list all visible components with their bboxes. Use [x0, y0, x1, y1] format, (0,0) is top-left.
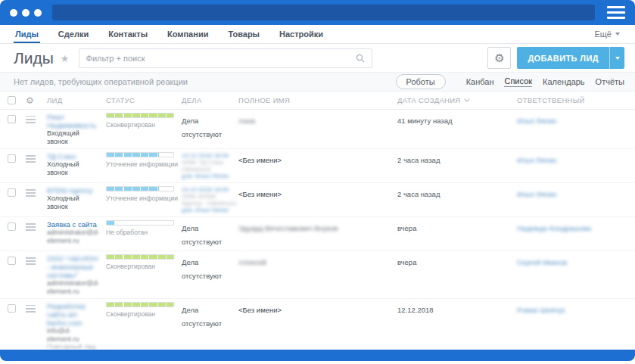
nav-tab-contacts[interactable]: Контакты	[108, 25, 148, 43]
status-label: Сконвертирован	[106, 263, 182, 270]
lead-name-link[interactable]: Риал Недвижимость	[47, 113, 106, 129]
address-bar[interactable]	[52, 5, 595, 20]
lead-email: info@d-element.ru	[47, 327, 106, 343]
lead-name-link[interactable]: BTEM Agency	[47, 186, 106, 194]
table-row[interactable]: ООО "АВАЛОН - инженерные системы" admini…	[0, 251, 635, 299]
responsible-link[interactable]: Сергей Иванов	[517, 258, 568, 266]
created-cell: 2 часа назад	[397, 190, 440, 198]
nav-more-dropdown[interactable]: Ещё	[594, 25, 620, 43]
lead-email: administrator@d-element.ru	[47, 229, 106, 244]
settings-gear-button[interactable]: ⚙	[487, 47, 511, 69]
row-menu-icon[interactable]	[26, 189, 36, 197]
full-name-cell: <Без имени>	[238, 190, 282, 198]
column-header-status[interactable]: СТАТУС	[106, 96, 182, 104]
column-header-deals[interactable]: ДЕЛА	[182, 96, 238, 104]
status-progress-bar	[106, 254, 174, 260]
nav-tab-companies[interactable]: Компании	[167, 25, 208, 43]
status-label: Сконвертирован	[106, 121, 182, 129]
row-menu-icon[interactable]	[26, 155, 36, 163]
created-cell: 12.12.2018	[397, 306, 434, 314]
lead-source: Холодный звонок	[47, 160, 106, 176]
no-leads-message: Нет лидов, требующих оперативной реакции	[14, 77, 188, 86]
column-header-created[interactable]: ДАТА СОЗДАНИЯ	[397, 96, 517, 104]
search-input[interactable]	[86, 54, 356, 63]
deals-cell[interactable]: 14.12.2018 18:00 CRM: ТД Союз Связаться …	[182, 152, 238, 179]
status-progress-bar	[106, 220, 174, 226]
window-control-dots[interactable]	[10, 9, 42, 17]
lead-email: administrator@d-element.ru	[47, 279, 106, 295]
status-label: Уточнение информации	[106, 160, 182, 168]
page-title: Лиды	[14, 49, 54, 67]
deals-cell: Дела отсутствуют	[182, 224, 222, 246]
full-name-cell: Алексей	[238, 258, 266, 266]
created-cell: вчера	[397, 258, 416, 266]
main-nav: Лиды Сделки Контакты Компании Товары Нас…	[0, 25, 635, 44]
add-lead-dropdown-button[interactable]	[609, 47, 624, 69]
status-progress-bar	[106, 302, 174, 307]
hamburger-menu-icon[interactable]	[607, 6, 625, 19]
full-name-cell: <Без имени>	[238, 306, 282, 314]
created-cell: 2 часа назад	[397, 156, 440, 164]
nav-tab-deals[interactable]: Сделки	[58, 25, 89, 43]
view-tab-reports[interactable]: Отчёты	[596, 77, 624, 87]
favorite-star-icon[interactable]: ★	[61, 53, 70, 64]
view-tab-calendar[interactable]: Календарь	[543, 77, 585, 87]
table-row[interactable]: Заявка с сайта administrator@d-element.r…	[0, 217, 635, 251]
row-menu-icon[interactable]	[26, 257, 36, 265]
lead-repeat-flag: Повторный лид	[47, 343, 106, 350]
lead-name-link[interactable]: ТД Союз	[47, 152, 106, 160]
select-all-checkbox[interactable]	[8, 96, 16, 104]
column-settings-gear-icon[interactable]: ⚙	[26, 96, 47, 105]
row-menu-icon[interactable]	[26, 223, 36, 231]
add-lead-button[interactable]: ДОБАВИТЬ ЛИД	[517, 47, 609, 69]
table-header: ⚙ ЛИД СТАТУС ДЕЛА ПОЛНОЕ ИМЯ ДАТА СОЗДАН…	[0, 92, 635, 110]
crm-window: Лиды Сделки Контакты Компании Товары Нас…	[0, 0, 635, 364]
lead-name-link[interactable]: ООО "АВАЛОН - инженерные системы"	[47, 254, 106, 279]
table-row[interactable]: Риал Недвижимость Входящий звонок Сконве…	[0, 110, 635, 149]
gear-icon: ⚙	[494, 51, 504, 65]
sort-chevron-icon	[464, 97, 469, 102]
full-name-cell: <Без имени>	[238, 156, 282, 164]
column-header-full-name[interactable]: ПОЛНОЕ ИМЯ	[238, 96, 397, 104]
responsible-link[interactable]: Роман Шевчук	[517, 306, 565, 314]
info-bar: Нет лидов, требующих оперативной реакции…	[0, 72, 635, 92]
filter-search-box[interactable]	[79, 48, 372, 68]
status-progress-bar	[106, 186, 174, 191]
nav-tab-leads[interactable]: Лиды	[15, 25, 39, 43]
view-tab-kanban[interactable]: Канбан	[466, 77, 494, 87]
responsible-link[interactable]: Надежда Кондрашова	[517, 224, 591, 232]
window-chrome-top	[0, 0, 635, 25]
nav-tab-products[interactable]: Товары	[228, 25, 260, 43]
responsible-link[interactable]: Илья Ляпин	[517, 117, 556, 125]
robots-button[interactable]: Роботы	[396, 74, 446, 89]
deals-cell[interactable]: 14.12.2018 18:00 CRM: BTEM Agency : Связ…	[182, 186, 238, 213]
lead-name-link[interactable]: Заявка с сайта	[47, 220, 106, 229]
row-checkbox[interactable]	[8, 115, 16, 123]
lead-name-link[interactable]: Разработка сайта art-bacho.com	[47, 302, 106, 327]
row-checkbox[interactable]	[8, 222, 16, 231]
row-checkbox[interactable]	[8, 257, 16, 265]
responsible-link[interactable]: Илья Ляпин	[517, 190, 556, 198]
status-progress-bar	[106, 152, 174, 157]
table-row[interactable]: BTEM Agency Холодный звонок Уточнение ин…	[0, 183, 635, 217]
row-checkbox[interactable]	[8, 304, 16, 313]
row-menu-icon[interactable]	[26, 116, 36, 123]
status-label: Уточнение информации	[106, 194, 182, 202]
responsible-link[interactable]: Илья Ляпин	[517, 156, 556, 164]
row-checkbox[interactable]	[8, 154, 16, 163]
toolbar: Лиды ★ ⚙ ДОБАВИТЬ ЛИД	[0, 44, 635, 72]
column-header-responsible[interactable]: ОТВЕТСТВЕННЫЙ	[517, 96, 635, 104]
table-row[interactable]: ТД Союз Холодный звонок Уточнение информ…	[0, 149, 635, 183]
add-lead-button-group: ДОБАВИТЬ ЛИД	[517, 47, 624, 69]
full-name-cell: Анна	[238, 117, 255, 125]
nav-tab-settings[interactable]: Настройки	[279, 25, 323, 43]
table-row[interactable]: Разработка сайта art-bacho.com info@d-el…	[0, 299, 635, 350]
search-icon[interactable]	[356, 54, 365, 63]
chevron-down-icon	[615, 57, 620, 60]
row-checkbox[interactable]	[8, 188, 16, 197]
deals-cell: Дела отсутствуют	[182, 117, 222, 138]
row-menu-icon[interactable]	[26, 305, 36, 313]
view-tab-list[interactable]: Список	[504, 76, 532, 87]
full-name-cell: Эдуард Вячеславович Внуков	[238, 224, 338, 232]
column-header-lead[interactable]: ЛИД	[47, 96, 106, 104]
